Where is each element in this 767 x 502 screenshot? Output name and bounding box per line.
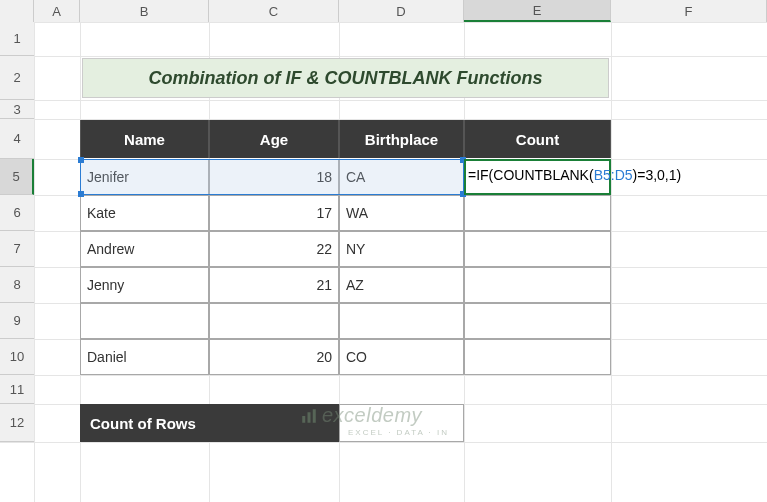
cell-E8[interactable] <box>464 267 611 303</box>
row-header-12[interactable]: 12 <box>0 404 34 442</box>
col-header-A[interactable]: A <box>34 0 80 22</box>
row-header-5[interactable]: 5 <box>0 159 34 195</box>
cell-B6[interactable]: Kate <box>80 195 209 231</box>
cell-C7[interactable]: 22 <box>209 231 339 267</box>
sheet-title[interactable]: Combination of IF & COUNTBLANK Functions <box>82 58 609 98</box>
cell-E10[interactable] <box>464 339 611 375</box>
row-header-10[interactable]: 10 <box>0 339 34 375</box>
cell-C8[interactable]: 21 <box>209 267 339 303</box>
cell-B8[interactable]: Jenny <box>80 267 209 303</box>
row-header-1[interactable]: 1 <box>0 22 34 56</box>
cell-D9[interactable] <box>339 303 464 339</box>
col-header-E[interactable]: E <box>464 0 611 22</box>
row-header-4[interactable]: 4 <box>0 119 34 159</box>
count-rows-value[interactable] <box>339 404 464 442</box>
cell-B9[interactable] <box>80 303 209 339</box>
row-header-6[interactable]: 6 <box>0 195 34 231</box>
cell-E6[interactable] <box>464 195 611 231</box>
cell-D10[interactable]: CO <box>339 339 464 375</box>
row-header-9[interactable]: 9 <box>0 303 34 339</box>
cell-C9[interactable] <box>209 303 339 339</box>
cell-D7[interactable]: NY <box>339 231 464 267</box>
cell-E9[interactable] <box>464 303 611 339</box>
spreadsheet: A B C D E F 1 2 3 4 5 6 7 8 9 10 11 12 C… <box>0 0 767 502</box>
formula-text: =IF(COUNTBLANK(B5:D5)=3,0,1) <box>468 167 681 183</box>
cell-C5[interactable]: 18 <box>209 159 339 195</box>
col-header-D[interactable]: D <box>339 0 464 22</box>
cell-B10[interactable]: Daniel <box>80 339 209 375</box>
formula-prefix: =IF(COUNTBLANK( <box>468 167 594 183</box>
cell-C10[interactable]: 20 <box>209 339 339 375</box>
col-header-B[interactable]: B <box>80 0 209 22</box>
formula-ref: B5:D5 <box>594 167 633 183</box>
cell-D6[interactable]: WA <box>339 195 464 231</box>
hdr-count[interactable]: Count <box>464 120 611 158</box>
hdr-age[interactable]: Age <box>209 120 339 158</box>
col-header-C[interactable]: C <box>209 0 339 22</box>
cell-D5[interactable]: CA <box>339 159 464 195</box>
cell-C6[interactable]: 17 <box>209 195 339 231</box>
row-header-8[interactable]: 8 <box>0 267 34 303</box>
formula-suffix: )=3,0,1) <box>633 167 682 183</box>
count-rows-label[interactable]: Count of Rows <box>80 404 339 442</box>
row-header-7[interactable]: 7 <box>0 231 34 267</box>
col-header-F[interactable]: F <box>611 0 767 22</box>
row-header-11[interactable]: 11 <box>0 375 34 404</box>
cell-B5[interactable]: Jenifer <box>80 159 209 195</box>
hdr-name[interactable]: Name <box>80 120 209 158</box>
row-header-3[interactable]: 3 <box>0 100 34 119</box>
hdr-birthplace[interactable]: Birthplace <box>339 120 464 158</box>
cell-B7[interactable]: Andrew <box>80 231 209 267</box>
row-header-2[interactable]: 2 <box>0 56 34 100</box>
select-all-corner[interactable] <box>0 0 34 22</box>
cell-D8[interactable]: AZ <box>339 267 464 303</box>
cell-E7[interactable] <box>464 231 611 267</box>
